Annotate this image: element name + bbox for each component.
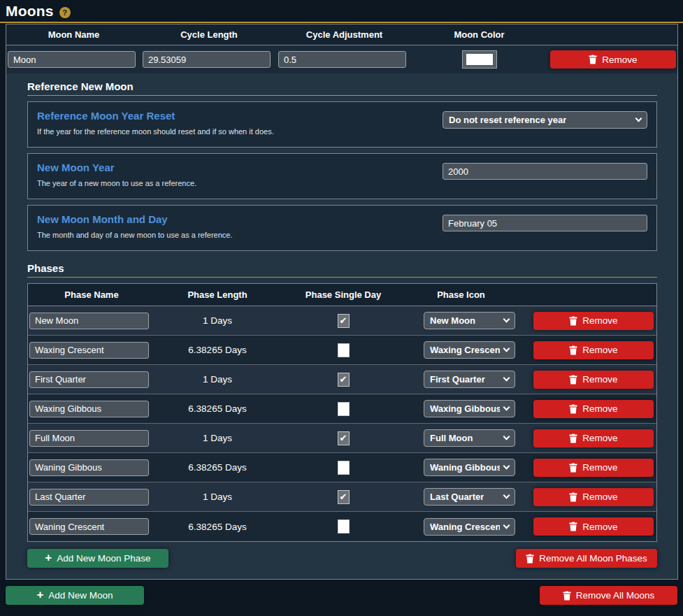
phase-name-input[interactable] xyxy=(29,401,149,417)
add-new-moon-label: Add New Moon xyxy=(48,590,113,601)
help-icon[interactable]: ? xyxy=(59,7,71,18)
trash-icon xyxy=(569,404,577,414)
moon-name-header: Moon Name xyxy=(6,29,141,40)
reference-year-reset-select[interactable]: Do not reset reference year xyxy=(443,111,647,129)
trash-icon xyxy=(526,554,534,564)
phase-length-text: 1 Days xyxy=(155,433,280,443)
remove-phase-button[interactable]: Remove xyxy=(533,400,654,418)
remove-phase-button[interactable]: Remove xyxy=(533,517,654,536)
phase-length-text: 6.38265 Days xyxy=(155,462,280,473)
remove-phase-button[interactable]: Remove xyxy=(533,341,654,359)
trash-icon xyxy=(569,492,577,502)
remove-all-moon-phases-button[interactable]: Remove All Moon Phases xyxy=(516,549,657,568)
phase-icon-select[interactable]: First Quarter xyxy=(424,371,515,388)
remove-all-moons-button[interactable]: Remove All Moons xyxy=(540,586,677,605)
phase-length-text: 1 Days xyxy=(155,374,280,385)
moons-settings-page: Moons ? Moon Name Cycle Length Cycle Adj… xyxy=(0,0,683,616)
trash-icon xyxy=(569,434,577,443)
phase-row: 1 Days ✔ Full Moon Remove xyxy=(28,424,656,453)
phase-icon-select-value: First Quarter xyxy=(430,374,485,385)
phase-row: 1 Days ✔ New Moon Remove xyxy=(28,306,656,336)
moon-config-panel: Moon Name Cycle Length Cycle Adjustment … xyxy=(6,24,678,580)
phase-name-input[interactable] xyxy=(29,518,149,535)
phase-icon-select[interactable]: Waning Gibbous xyxy=(424,459,515,476)
phase-length-text: 6.38265 Days xyxy=(155,345,280,355)
cycle-adjustment-header: Cycle Adjustment xyxy=(277,29,412,40)
new-moon-month-day-input[interactable] xyxy=(443,215,647,231)
phase-icon-select[interactable]: Full Moon xyxy=(424,429,515,447)
trash-icon xyxy=(569,522,577,531)
phase-icon-select-value: Waning Crescent xyxy=(430,522,500,532)
chevron-down-icon xyxy=(503,522,510,529)
remove-phase-button[interactable]: Remove xyxy=(533,429,654,447)
phases-buttons-row: + Add New Moon Phase Remove All Moon Pha… xyxy=(27,549,657,568)
phase-icon-select-value: Waxing Gibbous xyxy=(430,403,500,414)
new-moon-year-title: New Moon Year xyxy=(37,162,196,173)
phase-name-input[interactable] xyxy=(29,489,149,506)
phase-single-day-checkbox[interactable] xyxy=(338,343,350,357)
trash-icon xyxy=(569,375,577,385)
phase-name-input[interactable] xyxy=(29,342,149,359)
cycle-adjustment-input[interactable] xyxy=(278,51,406,68)
chevron-down-icon xyxy=(503,375,510,382)
phase-name-input[interactable] xyxy=(29,459,149,476)
remove-phase-button[interactable]: Remove xyxy=(533,488,654,506)
remove-moon-button[interactable]: Remove xyxy=(550,50,676,69)
cycle-length-input[interactable] xyxy=(143,51,271,68)
moon-name-input[interactable] xyxy=(8,51,136,68)
chevron-down-icon xyxy=(635,115,642,122)
trash-icon xyxy=(563,591,571,601)
phase-icon-select[interactable]: Last Quarter xyxy=(424,488,515,506)
moon-color-input[interactable] xyxy=(462,50,497,69)
phase-name-input[interactable] xyxy=(29,313,149,329)
remove-all-moon-phases-label: Remove All Moon Phases xyxy=(539,553,647,564)
phase-single-day-checkbox[interactable] xyxy=(338,461,350,475)
phases-table-header: Phase Name Phase Length Phase Single Day… xyxy=(28,284,656,306)
remove-phase-button[interactable]: Remove xyxy=(533,312,654,330)
moon-row: Remove xyxy=(6,45,677,73)
plus-icon: + xyxy=(36,589,43,601)
phases-table: Phase Name Phase Length Phase Single Day… xyxy=(27,283,657,542)
phase-icon-select[interactable]: Waxing Crescent xyxy=(424,341,515,359)
chevron-down-icon xyxy=(503,404,510,411)
plus-icon: + xyxy=(45,552,52,564)
new-moon-month-day-description: The month and day of a new moon to use a… xyxy=(37,231,232,239)
chevron-down-icon xyxy=(503,434,510,440)
phase-remove-label: Remove xyxy=(582,522,617,532)
new-moon-month-day-title: New Moon Month and Day xyxy=(37,213,232,225)
phase-remove-label: Remove xyxy=(582,492,617,502)
phase-icon-select[interactable]: New Moon xyxy=(424,312,515,329)
chevron-down-icon xyxy=(503,345,510,352)
phase-single-day-checkbox[interactable]: ✔ xyxy=(338,490,350,504)
new-moon-year-field: New Moon Year The year of a new moon to … xyxy=(27,153,657,199)
phase-single-day-checkbox[interactable]: ✔ xyxy=(338,314,350,328)
phase-icon-select-value: Waning Gibbous xyxy=(430,462,500,473)
new-moon-year-input[interactable] xyxy=(443,163,647,180)
phase-row: 6.38265 Days Waxing Crescent Remove xyxy=(28,336,656,365)
phase-single-day-checkbox[interactable] xyxy=(338,520,350,533)
phase-row: 6.38265 Days Waning Crescent Remove xyxy=(28,512,656,541)
trash-icon xyxy=(569,463,577,473)
phase-single-day-checkbox[interactable]: ✔ xyxy=(338,431,350,445)
reference-year-reset-description: If the year for the reference moon shoul… xyxy=(37,127,274,136)
add-new-moon-button[interactable]: + Add New Moon xyxy=(6,586,144,605)
phase-name-input[interactable] xyxy=(29,371,149,388)
phase-row: 6.38265 Days Waxing Gibbous Remove xyxy=(28,394,656,424)
remove-phase-button[interactable]: Remove xyxy=(533,371,654,389)
add-new-moon-phase-button[interactable]: + Add New Moon Phase xyxy=(27,549,168,568)
phase-name-input[interactable] xyxy=(29,430,149,447)
remove-moon-label: Remove xyxy=(602,55,637,65)
phase-row: 1 Days ✔ Last Quarter Remove xyxy=(28,482,656,512)
remove-phase-button[interactable]: Remove xyxy=(533,459,654,477)
phases-heading: Phases xyxy=(27,258,657,278)
cycle-length-header: Cycle Length xyxy=(141,29,277,40)
phase-remove-label: Remove xyxy=(582,403,617,414)
chevron-down-icon xyxy=(503,316,510,323)
phase-remove-label: Remove xyxy=(582,345,617,355)
reference-year-reset-title: Reference Moon Year Reset xyxy=(37,110,274,122)
phase-icon-select[interactable]: Waxing Gibbous xyxy=(424,400,515,417)
phase-icon-header: Phase Icon xyxy=(407,289,515,300)
phase-single-day-checkbox[interactable]: ✔ xyxy=(338,373,350,387)
phase-icon-select[interactable]: Waning Crescent xyxy=(424,518,515,536)
phase-single-day-checkbox[interactable] xyxy=(338,402,350,416)
